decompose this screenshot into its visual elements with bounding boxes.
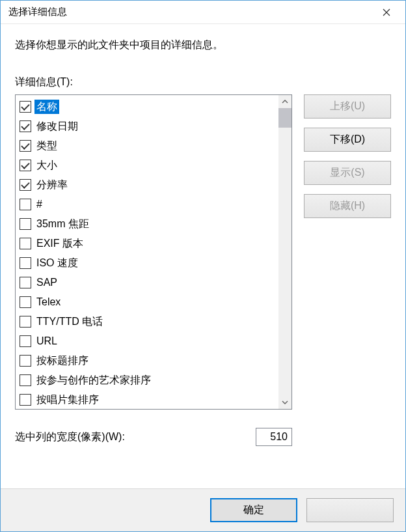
list-item[interactable]: 35mm 焦距 [16,214,291,234]
checkbox[interactable] [20,374,31,386]
vertical-scrollbar[interactable] [278,95,291,409]
list-item-label: 按参与创作的艺术家排序 [34,373,153,387]
choose-details-dialog: 选择详细信息 选择你想显示的此文件夹中项目的详细信息。 详细信息(T): 名称修… [0,0,406,532]
list-item[interactable]: # [16,195,291,214]
checkbox[interactable] [20,355,31,367]
dialog-content: 选择你想显示的此文件夹中项目的详细信息。 详细信息(T): 名称修改日期类型大小… [1,24,405,488]
list-item[interactable]: 按唱片集排序 [16,390,291,410]
move-down-button[interactable]: 下移(D) [304,128,391,152]
hide-button[interactable]: 隐藏(H) [304,194,391,218]
list-item-label: 35mm 焦距 [34,217,91,231]
details-label: 详细信息(T): [15,76,391,89]
show-button[interactable]: 显示(S) [304,161,391,185]
list-item-label: 修改日期 [34,119,80,133]
column-width-input[interactable] [256,428,292,446]
column-width-label: 选中列的宽度(像素)(W): [15,430,256,444]
close-icon [383,8,390,16]
titlebar: 选择详细信息 [1,1,405,24]
list-item-label: EXIF 版本 [34,236,85,250]
list-item-label: 大小 [34,158,59,172]
scroll-up-arrow-icon[interactable] [278,95,291,108]
list-item[interactable]: 类型 [16,136,291,156]
list-item[interactable]: TTY/TTD 电话 [16,312,291,331]
checkbox[interactable] [20,179,31,191]
list-item-label: 分辨率 [34,178,70,191]
checkbox[interactable] [20,160,31,171]
scroll-down-arrow-icon[interactable] [278,396,291,409]
checkbox[interactable] [20,140,31,152]
list-item[interactable]: 名称 [16,97,291,117]
main-row: 名称修改日期类型大小分辨率#35mm 焦距EXIF 版本ISO 速度SAPTel… [15,94,391,410]
list-item[interactable]: 分辨率 [16,175,291,195]
dialog-footer: 确定 [1,488,405,531]
list-item-label: TTY/TTD 电话 [34,315,105,328]
checkbox[interactable] [20,296,31,308]
list-item[interactable]: 按参与创作的艺术家排序 [16,371,291,390]
side-button-group: 上移(U) 下移(D) 显示(S) 隐藏(H) [304,94,391,410]
window-title: 选择详细信息 [8,6,371,18]
details-listbox[interactable]: 名称修改日期类型大小分辨率#35mm 焦距EXIF 版本ISO 速度SAPTel… [15,94,292,410]
list-item[interactable]: 修改日期 [16,117,291,136]
list-item-label: URL [34,334,59,348]
list-item[interactable]: Telex [16,292,291,312]
list-item-label: 名称 [34,100,59,113]
ok-button[interactable]: 确定 [210,498,297,522]
list-item[interactable]: ISO 速度 [16,253,291,273]
list-item-label: SAP [34,275,59,289]
checkbox[interactable] [20,316,31,328]
list-item-label: 按唱片集排序 [34,393,101,406]
checkbox[interactable] [20,238,31,249]
checkbox[interactable] [20,394,31,406]
list-item[interactable]: SAP [16,273,291,292]
list-item-label: ISO 速度 [34,256,80,270]
scroll-track[interactable] [278,108,291,396]
cancel-button[interactable] [306,498,394,522]
list-item-label: # [34,197,44,211]
checkbox[interactable] [20,120,31,132]
checkbox[interactable] [20,218,31,230]
checkbox[interactable] [20,335,31,347]
list-item[interactable]: EXIF 版本 [16,234,291,253]
column-width-row: 选中列的宽度(像素)(W): [15,428,292,446]
list-inner: 名称修改日期类型大小分辨率#35mm 焦距EXIF 版本ISO 速度SAPTel… [16,95,291,410]
list-item[interactable]: 大小 [16,156,291,175]
checkbox[interactable] [20,101,31,113]
checkbox[interactable] [20,199,31,210]
checkbox[interactable] [20,277,31,288]
list-item[interactable]: 按标题排序 [16,351,291,371]
checkbox[interactable] [20,257,31,269]
scroll-thumb[interactable] [278,108,291,128]
list-item-label: 类型 [34,139,59,152]
list-item[interactable]: URL [16,331,291,351]
instruction-text: 选择你想显示的此文件夹中项目的详细信息。 [15,38,391,52]
move-up-button[interactable]: 上移(U) [304,94,391,119]
list-item-label: Telex [34,295,62,309]
list-item-label: 按标题排序 [34,354,90,367]
close-button[interactable] [371,1,402,23]
